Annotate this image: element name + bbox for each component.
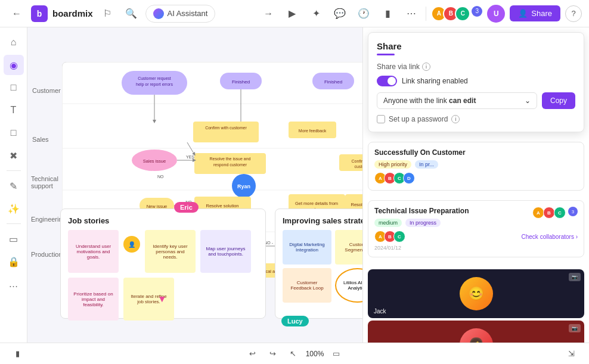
jack-avatar: 😊 [460, 277, 493, 310]
redo-button[interactable]: ↪ [265, 346, 281, 362]
strategy-5: Litilios AI and Analytics [335, 268, 362, 303]
svg-text:YES: YES [186, 155, 194, 159]
row-label-tech-support: Technicalsupport [31, 175, 58, 189]
chevron-down-icon: ⌄ [525, 97, 531, 105]
canvas-area[interactable]: Customer Sales Technicalsupport Engineer… [27, 27, 362, 343]
sidebar-frame[interactable]: ▭ [4, 229, 24, 249]
history-button[interactable]: 🕐 [354, 4, 373, 23]
svg-text:Ryan: Ryan [237, 183, 250, 189]
password-checkbox[interactable] [377, 115, 385, 123]
card2-avatars: A B C 3 [532, 207, 578, 219]
job-stories-title: Job stories [68, 216, 258, 225]
separator [426, 7, 426, 21]
card2-mini-av-1: A [532, 207, 544, 219]
card2-bottom-avatars: A B C [374, 231, 405, 242]
card1-avatars: A B C D [374, 172, 578, 184]
sidebar-pen[interactable]: ✎ [4, 176, 24, 196]
ai-icon [153, 8, 164, 19]
job-story-4: Prioritize based on impact and feasibili… [68, 278, 119, 321]
top-navigation: ← b boardmix ⚐ 🔍 AI Assistant → ▶ ✦ 💬 🕐 … [0, 0, 589, 27]
user-avatar[interactable]: U [487, 5, 505, 23]
lucy-label: Lucy [281, 316, 309, 326]
bottom-center: ↩ ↪ ↖ 100% ▭ [245, 346, 345, 362]
card1-title: Successfully On Customer [374, 148, 578, 157]
svg-text:customer: customer [355, 164, 362, 169]
svg-text:help or report errors: help or report errors [136, 82, 173, 87]
help-button[interactable]: ? [565, 5, 582, 22]
job-story-2: Identify key user personas and needs. [145, 230, 196, 273]
strategy-4: Customer Feedback Loop [283, 268, 331, 303]
share-dropdown-title: Share [377, 41, 575, 51]
card2-mini-av-3: C [554, 207, 566, 219]
back-button[interactable]: ← [7, 4, 26, 23]
star-button[interactable]: ✦ [306, 4, 326, 23]
brand-name: boardmix [52, 8, 93, 18]
search-button[interactable]: 🔍 [122, 4, 141, 23]
copy-button[interactable]: Copy [542, 92, 575, 109]
sidebar-shape[interactable]: □ [4, 77, 24, 98]
svg-text:Confirm with customer: Confirm with customer [205, 126, 247, 130]
lucy-video-controls: 📷 [569, 324, 581, 332]
lucy-video-card: 👩 Lucy 📷 [368, 321, 584, 343]
job-stories-grid: Understand user motivations and goals. 👤… [68, 230, 258, 321]
collaborator-avatars: A B C 3 [431, 6, 482, 21]
permission-select[interactable]: Anyone with the link can edit ⌄ [377, 92, 537, 109]
card1-badge-row: High priority In pr... [374, 160, 578, 169]
share-underline [377, 54, 395, 55]
sidebar-sticky[interactable]: □ [4, 123, 24, 143]
svg-text:Get more details from: Get more details from [295, 201, 338, 206]
sidebar-connect[interactable]: ✖ [4, 145, 24, 166]
play-button[interactable]: ▶ [283, 4, 302, 23]
card2-header: Technical Issue Preparation A B C 3 [374, 207, 578, 219]
sales-strategies-section: Improving sales strategies Digital Marke… [275, 209, 362, 319]
svg-text:Resolve the issue and: Resolve the issue and [210, 157, 251, 161]
sidebar-text[interactable]: T [4, 100, 24, 120]
sidebar-lock[interactable]: 🔒 [4, 251, 24, 272]
row-label-sales: Sales [32, 136, 49, 143]
card2-title: Technical Issue Preparation [374, 207, 469, 215]
left-sidebar: ⌂ ◉ □ T □ ✖ ✎ ✨ ▭ 🔒 … [0, 27, 27, 343]
sidebar-magic[interactable]: ✨ [4, 198, 24, 219]
eric-label: Eric [174, 202, 199, 213]
priority-badge: High priority [374, 160, 411, 169]
lucy-camera-icon[interactable]: 📷 [569, 324, 581, 332]
row-label-customer: Customer [32, 87, 61, 94]
right-panel: Share Share via link i Link sharing enab… [362, 27, 589, 343]
sidebar-home[interactable]: ⌂ [4, 32, 24, 52]
sidebar-divider-2 [7, 223, 21, 224]
avatar-3: C [455, 6, 470, 21]
expand-button[interactable]: ⇲ [564, 346, 579, 362]
card-section-2: Technical Issue Preparation A B C 3 medi… [363, 200, 589, 267]
jack-name: Jack [374, 308, 386, 315]
user-plus-icon: 👤 [518, 9, 528, 18]
video-section: 😊 Jack 📷 👩 Lucy 📷 👩 🔇 📷 [363, 267, 589, 343]
card-section-1: Successfully On Customer High priority I… [363, 137, 589, 200]
more-button[interactable]: ⋯ [402, 4, 421, 23]
info-icon: i [422, 63, 430, 71]
tag-button[interactable]: ⚐ [98, 4, 117, 23]
nav-forward-button[interactable]: → [259, 4, 278, 23]
jack-camera-icon[interactable]: 📷 [569, 273, 581, 281]
toggle-label: Link sharing enabled [402, 77, 468, 85]
card2-badge-row: medium In progress [374, 219, 578, 227]
row-label-production: Production [31, 251, 63, 258]
grid-view-button[interactable]: ▭ [328, 346, 344, 362]
job-story-1: Understand user motivations and goals. [68, 230, 119, 273]
check-collaborators-link[interactable]: Check collaborators › [522, 234, 578, 240]
comment-button[interactable]: 💬 [330, 4, 349, 23]
cursor-button[interactable]: ↖ [286, 346, 301, 362]
link-sharing-toggle[interactable] [377, 76, 397, 86]
strategy-grid: Digital Marketing Integration Customer S… [283, 230, 362, 303]
svg-text:Confirm with: Confirm with [352, 159, 362, 163]
svg-text:Resolve solution: Resolve solution [206, 203, 238, 209]
share-button[interactable]: 👤 Share [510, 5, 560, 21]
sidebar-color[interactable]: ◉ [4, 55, 24, 75]
password-info-icon: i [451, 115, 460, 123]
grid-button[interactable]: ▮ [378, 4, 397, 23]
undo-button[interactable]: ↩ [245, 346, 261, 362]
sidebar-more[interactable]: … [4, 274, 24, 294]
card2-avatar-count: 3 [568, 207, 578, 216]
ai-assistant-button[interactable]: AI Assistant [145, 5, 216, 23]
pages-button[interactable]: ▮ [10, 346, 25, 362]
lucy-teal-float: Lucy [281, 316, 309, 326]
